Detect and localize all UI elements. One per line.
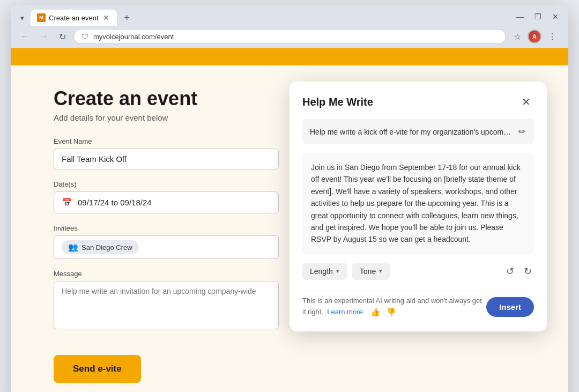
invitee-name: San Diego Crew bbox=[81, 243, 132, 252]
page-title: Create an event bbox=[54, 87, 279, 110]
calendar-icon: 📅 bbox=[62, 197, 72, 208]
new-tab-btn[interactable]: + bbox=[120, 10, 135, 26]
invitees-group: Invitees 👥 San Diego Crew bbox=[54, 224, 279, 259]
hmw-disclaimer-section: This is an experimental AI writing aid a… bbox=[302, 295, 486, 319]
event-name-group: Event Name bbox=[54, 137, 279, 169]
browser-window: ▾ M Create an event ✕ + — ❐ ✕ ← → ↻ 🛡 my… bbox=[11, 5, 568, 392]
event-name-label: Event Name bbox=[54, 137, 279, 145]
forward-btn[interactable]: → bbox=[36, 29, 51, 43]
invitees-label: Invitees bbox=[54, 224, 279, 232]
toolbar-right: ☆ A ⋮ bbox=[510, 29, 562, 44]
hmw-redo-btn[interactable]: ↻ bbox=[522, 263, 534, 279]
help-me-write-modal: Help Me Write ✕ Help me write a kick off… bbox=[290, 82, 547, 331]
dates-value: 09/17/24 to 09/18/24 bbox=[78, 198, 152, 207]
avatar[interactable]: A bbox=[528, 29, 541, 43]
hmw-tone-arrow: ▾ bbox=[379, 268, 382, 275]
hmw-prompt-bar: Help me write a kick off e-vite for my o… bbox=[302, 119, 534, 144]
address-bar[interactable]: 🛡 myvoicejournal.com/event bbox=[73, 29, 506, 44]
group-icon: 👥 bbox=[68, 242, 78, 252]
active-tab[interactable]: M Create an event ✕ bbox=[31, 10, 117, 26]
hmw-header: Help Me Write ✕ bbox=[302, 94, 534, 109]
hmw-controls: Length ▾ Tone ▾ ↺ ↻ bbox=[302, 263, 534, 280]
hmw-footer: This is an experimental AI writing aid a… bbox=[302, 291, 534, 319]
hmw-insert-btn[interactable]: Insert bbox=[486, 297, 534, 317]
hmw-learn-more-link[interactable]: Learn more bbox=[327, 308, 362, 316]
close-btn[interactable]: ✕ bbox=[549, 11, 562, 22]
window-controls: — ❐ ✕ bbox=[513, 11, 562, 24]
hmw-length-label: Length bbox=[310, 267, 333, 276]
minimize-btn[interactable]: — bbox=[513, 11, 527, 22]
message-textarea[interactable] bbox=[54, 281, 279, 329]
tab-favicon: M bbox=[37, 13, 46, 22]
shield-icon: 🛡 bbox=[81, 32, 89, 41]
page-content: Create an event Add details for your eve… bbox=[11, 65, 568, 392]
tab-close-btn[interactable]: ✕ bbox=[102, 13, 110, 22]
hmw-actions: ↺ ↻ bbox=[504, 263, 534, 279]
hmw-close-btn[interactable]: ✕ bbox=[518, 94, 534, 109]
url-display: myvoicejournal.com/event bbox=[93, 33, 498, 41]
invitee-chip: 👥 San Diego Crew bbox=[62, 240, 139, 254]
message-group: Message bbox=[54, 270, 279, 331]
thumbs-up-btn[interactable]: 👍 bbox=[369, 306, 382, 319]
feedback-thumbs: 👍 👎 bbox=[369, 306, 398, 319]
browser-chrome: ▾ M Create an event ✕ + — ❐ ✕ ← → ↻ 🛡 my… bbox=[11, 5, 568, 48]
dates-input[interactable]: 📅 09/17/24 to 09/18/24 bbox=[54, 191, 279, 213]
tab-dropdown-btn[interactable]: ▾ bbox=[17, 12, 27, 24]
more-btn[interactable]: ⋮ bbox=[545, 29, 560, 44]
hmw-tone-dropdown[interactable]: Tone ▾ bbox=[352, 263, 390, 280]
dates-group: Date(s) 📅 09/17/24 to 09/18/24 bbox=[54, 180, 279, 213]
hmw-undo-btn[interactable]: ↺ bbox=[504, 263, 516, 279]
refresh-btn[interactable]: ↻ bbox=[56, 29, 69, 44]
thumbs-down-btn[interactable]: 👎 bbox=[384, 306, 398, 319]
message-label: Message bbox=[54, 270, 279, 278]
invitees-field[interactable]: 👥 San Diego Crew bbox=[54, 235, 279, 259]
hmw-tone-label: Tone bbox=[360, 267, 376, 276]
page-subtitle: Add details for your event below bbox=[54, 113, 279, 122]
hmw-result: Join us in San Diego from September 17-1… bbox=[302, 153, 534, 254]
hmw-length-arrow: ▾ bbox=[336, 268, 339, 275]
accent-bar bbox=[11, 48, 568, 65]
hmw-prompt-text: Help me write a kick off e-vite for my o… bbox=[310, 128, 512, 136]
dates-label: Date(s) bbox=[54, 180, 279, 188]
hmw-edit-btn[interactable]: ✏ bbox=[517, 125, 526, 138]
send-evite-button[interactable]: Send e-vite bbox=[54, 355, 141, 383]
maximize-btn[interactable]: ❐ bbox=[531, 11, 545, 22]
hmw-result-text: Join us in San Diego from September 17-1… bbox=[311, 163, 521, 243]
hmw-title: Help Me Write bbox=[302, 96, 373, 108]
form-section: Create an event Add details for your eve… bbox=[54, 87, 279, 383]
bookmark-btn[interactable]: ☆ bbox=[510, 29, 524, 44]
tab-title: Create an event bbox=[49, 14, 99, 22]
back-btn[interactable]: ← bbox=[17, 29, 32, 43]
hmw-length-dropdown[interactable]: Length ▾ bbox=[302, 263, 347, 280]
tab-bar: ▾ M Create an event ✕ + — ❐ ✕ bbox=[17, 10, 562, 26]
event-name-input[interactable] bbox=[54, 149, 279, 169]
address-bar-row: ← → ↻ 🛡 myvoicejournal.com/event ☆ A ⋮ bbox=[17, 26, 562, 48]
